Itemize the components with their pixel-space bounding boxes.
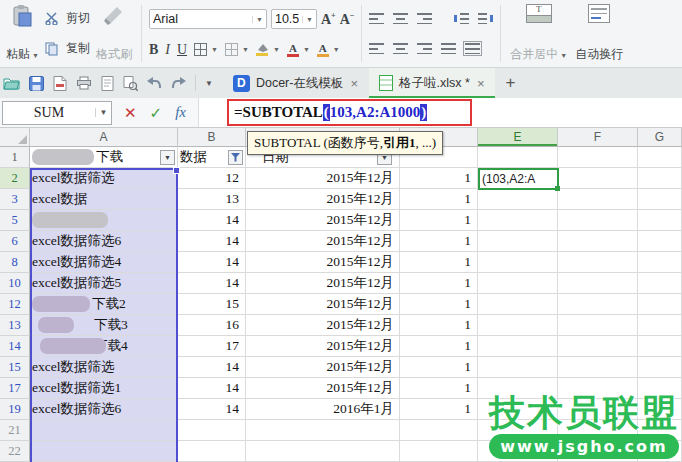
cell-B13[interactable]: 16 [178,315,246,336]
cell-G14[interactable] [638,336,682,357]
select-all-corner[interactable] [0,128,30,147]
cell-D10[interactable]: 1 [400,273,478,294]
cell-B15[interactable]: 14 [178,357,246,378]
row-header-3[interactable]: 3 [0,189,30,210]
cell-C3[interactable]: 2015年12月 [246,189,400,210]
cell-A21[interactable] [30,420,178,441]
cell-C19[interactable]: 2016年1月 [246,399,400,420]
justify-button[interactable] [441,43,456,54]
format-painter-button[interactable]: 格式刷 [94,3,134,64]
cut-button[interactable]: 剪切 [45,10,90,27]
cell-E21[interactable] [478,420,558,441]
cell-B3[interactable]: 13 [178,189,246,210]
cell-D2[interactable]: 1 [400,168,478,189]
cell-C21[interactable] [246,420,400,441]
cell-E5[interactable] [478,210,558,231]
print-preview-icon[interactable] [101,76,114,91]
cell-G2[interactable] [638,168,682,189]
row-header-6[interactable]: 6 [0,231,30,252]
cell-D6[interactable]: 1 [400,231,478,252]
cell-A1[interactable]: 下载 ▼ [30,147,178,168]
cell-G5[interactable] [638,210,682,231]
cell-B8[interactable]: 14 [178,252,246,273]
cell-C5[interactable]: 2015年12月 [246,210,400,231]
redo-icon[interactable] [171,77,186,89]
open-file-icon[interactable] [3,76,20,90]
cell-E15[interactable] [478,357,558,378]
paste-button[interactable]: 粘贴▼ [4,3,41,64]
borders-button[interactable]: ▼ [194,43,218,56]
cell-B10[interactable]: 14 [178,273,246,294]
font-name-select[interactable]: Arial▼ [149,9,267,29]
column-header-b[interactable]: B [178,128,246,147]
cell-F17[interactable] [558,378,638,399]
cell-B14[interactable]: 17 [178,336,246,357]
cell-D19[interactable]: 1 [400,399,478,420]
italic-button[interactable]: I [165,42,170,58]
decrease-indent-button[interactable] [454,13,469,24]
cell-C13[interactable]: 2015年12月 [246,315,400,336]
cell-C8[interactable]: 2015年12月 [246,252,400,273]
filter-applied-b[interactable] [228,150,243,165]
cell-D13[interactable]: 1 [400,315,478,336]
cell-A2[interactable]: excel数据筛选 [30,168,178,189]
cell-C10[interactable]: 2015年12月 [246,273,400,294]
cell-D3[interactable]: 1 [400,189,478,210]
cell-G10[interactable] [638,273,682,294]
cancel-formula-button[interactable]: ✕ [124,104,137,122]
cell-G6[interactable] [638,231,682,252]
export-pdf-icon[interactable] [53,76,67,91]
row-header-5[interactable]: 5 [0,210,30,231]
page-zoom-icon[interactable] [123,76,138,91]
cell-G1[interactable] [638,147,682,168]
cell-F5[interactable] [558,210,638,231]
cell-F3[interactable] [558,189,638,210]
tab-workbook[interactable]: 格子啦.xlsx * × [369,68,495,98]
active-edit-cell[interactable]: (103,A2:A [478,168,559,190]
cell-D22[interactable] [400,441,478,462]
align-middle-button[interactable] [393,13,408,24]
cell-B21[interactable] [178,420,246,441]
fill-color-button[interactable]: ▼ [256,43,280,56]
row-header-2[interactable]: 2 [0,168,30,189]
cell-E17[interactable] [478,378,558,399]
merge-center-button[interactable]: T 合并居中▼ [508,3,569,64]
align-bottom-button[interactable] [417,13,432,24]
filter-dropdown-a[interactable]: ▼ [160,150,175,165]
column-header-g[interactable]: G [638,128,682,147]
cell-F13[interactable] [558,315,638,336]
cell-C6[interactable]: 2015年12月 [246,231,400,252]
column-header-f[interactable]: F [558,128,638,147]
cell-D12[interactable]: 1 [400,294,478,315]
decrease-font-button[interactable]: A− [340,11,355,28]
cell-E3[interactable] [478,189,558,210]
cell-E10[interactable] [478,273,558,294]
row-header-21[interactable]: 21 [0,420,30,441]
cell-E6[interactable] [478,231,558,252]
cell-B19[interactable]: 14 [178,399,246,420]
cell-A19[interactable]: excel数据筛选6 [30,399,178,420]
draw-border-button[interactable]: ▼ [225,43,249,56]
cell-F8[interactable] [558,252,638,273]
cell-G21[interactable] [638,420,682,441]
cell-G17[interactable] [638,378,682,399]
cell-F1[interactable] [558,147,638,168]
cell-C12[interactable]: 2015年12月 [246,294,400,315]
row-header-1[interactable]: 1 [0,147,30,168]
cell-F19[interactable] [558,399,638,420]
cell-G19[interactable] [638,399,682,420]
cell-B22[interactable] [178,441,246,462]
cell-C17[interactable]: 2015年12月 [246,378,400,399]
font-color-button[interactable]: A ▼ [287,43,310,57]
tab-docer[interactable]: D Docer-在线模板 × [223,68,369,98]
cell-E22[interactable] [478,441,558,462]
save-icon[interactable] [29,76,44,91]
cell-A22[interactable] [30,441,178,462]
highlight-color-button[interactable]: A ▼ [317,43,340,57]
row-header-10[interactable]: 10 [0,273,30,294]
cell-B1[interactable]: 数据 [178,147,246,168]
cell-F12[interactable] [558,294,638,315]
cell-B5[interactable]: 14 [178,210,246,231]
row-header-12[interactable]: 12 [0,294,30,315]
cell-B12[interactable]: 15 [178,294,246,315]
